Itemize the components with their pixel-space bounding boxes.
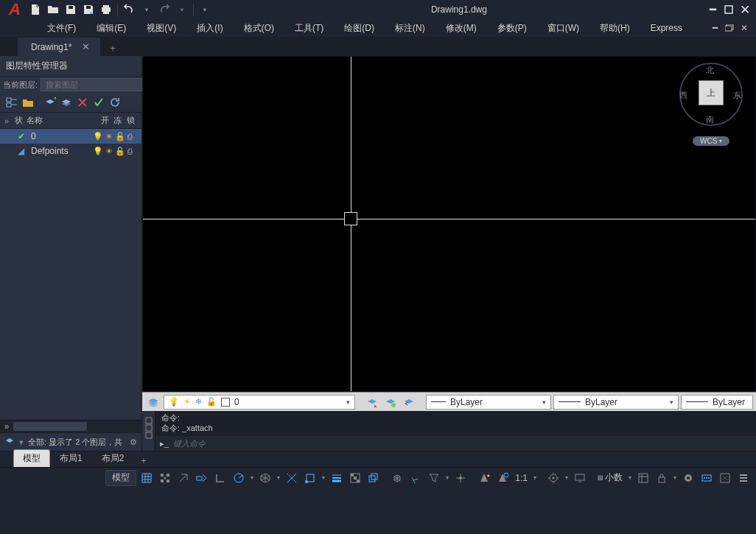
close-button[interactable]: ✕ (737, 1, 753, 18)
menu-draw[interactable]: 绘图(D) (334, 20, 385, 37)
dropdown-icon[interactable]: ▾ (672, 474, 678, 481)
tab-layout2[interactable]: 布局2 (92, 449, 134, 467)
polar-tracking-icon[interactable] (231, 470, 247, 486)
header-name[interactable]: 名称 (27, 115, 77, 126)
2d-osnap-icon[interactable] (302, 470, 318, 486)
annotation-scale-button[interactable]: 1:1 (513, 470, 530, 486)
dropdown-icon[interactable]: ▾ (276, 474, 281, 481)
dropdown-icon[interactable]: ▾ (532, 474, 538, 481)
refresh-icon[interactable] (108, 96, 122, 109)
layer-row[interactable]: ◢ Defpoints 💡 ☀ 🔓 ⎙ (0, 144, 141, 158)
expand-all-icon[interactable]: » (4, 116, 15, 125)
dropdown-icon[interactable]: ▾ (444, 474, 450, 481)
plot-icon[interactable]: ⎙ (127, 147, 133, 156)
viewcube-north[interactable]: 北 (706, 65, 714, 76)
minimize-button[interactable]: ━ (704, 1, 721, 18)
horizontal-scrollbar[interactable] (13, 421, 141, 432)
doc-restore-icon[interactable] (722, 22, 737, 34)
undo-dropdown-icon[interactable]: ▼ (139, 2, 154, 17)
new-filter-icon[interactable] (21, 96, 35, 109)
quick-properties-icon[interactable] (635, 470, 651, 486)
filter-tree-icon[interactable] (4, 96, 19, 109)
print-icon[interactable] (99, 2, 113, 17)
unlock-icon[interactable]: 🔓 (115, 132, 125, 141)
infer-constraints-icon[interactable] (175, 470, 192, 486)
delete-layer-icon[interactable] (75, 96, 90, 109)
dropdown-icon[interactable]: ▾ (249, 474, 255, 481)
transparency-icon[interactable] (347, 470, 363, 486)
annotation-monitor-icon[interactable] (572, 470, 588, 486)
grid-display-icon[interactable] (139, 470, 155, 486)
plotstyle-select[interactable]: ByLayer (681, 395, 753, 410)
selection-filter-icon[interactable] (426, 470, 442, 486)
linetype-select[interactable]: ByLayer ▾ (426, 395, 551, 410)
new-icon[interactable] (28, 2, 43, 17)
menu-view[interactable]: 视图(V) (136, 20, 186, 37)
dropdown-icon[interactable]: ▾ (627, 474, 633, 481)
redo-dropdown-icon[interactable]: ▼ (175, 2, 189, 17)
menu-express[interactable]: Express (640, 21, 693, 35)
layer-manager-icon[interactable] (145, 394, 161, 410)
unlock-icon[interactable]: 🔓 (115, 147, 125, 156)
viewcube-east[interactable]: 东 (733, 90, 741, 101)
open-icon[interactable] (46, 2, 60, 17)
menu-tools[interactable]: 工具(T) (284, 20, 334, 37)
annotation-visibility-icon[interactable]: ★ (476, 470, 492, 486)
saveas-icon[interactable] (81, 2, 96, 17)
header-freeze[interactable]: 冻 (113, 115, 122, 126)
header-on[interactable]: 开 (101, 115, 109, 126)
panel-collapse-icon[interactable]: » (0, 421, 13, 432)
command-input[interactable]: ▸_ 键入命令 (155, 436, 756, 451)
tab-layout1[interactable]: 布局1 (50, 449, 92, 467)
snap-mode-icon[interactable] (157, 470, 173, 486)
bulb-icon[interactable]: 💡 (93, 132, 103, 141)
layer-previous-icon[interactable] (401, 394, 417, 410)
drawing-canvas[interactable]: 北 南 西 东 上 WCS▾ (142, 56, 756, 392)
selection-cycling-icon[interactable] (365, 470, 382, 486)
3d-osnap-icon[interactable] (389, 470, 405, 486)
menu-dimension[interactable]: 标注(N) (385, 20, 435, 37)
command-history-icon[interactable] (142, 411, 155, 451)
header-lock[interactable]: 锁 (127, 115, 135, 126)
doc-close-icon[interactable]: ✕ (737, 22, 752, 34)
viewcube[interactable]: 北 南 西 东 上 WCS▾ (676, 63, 746, 147)
menu-file[interactable]: 文件(F) (37, 20, 86, 37)
isometric-drafting-icon[interactable] (257, 470, 273, 486)
autoscale-icon[interactable] (494, 470, 511, 486)
add-tab-button[interactable]: ＋ (105, 40, 121, 56)
filter-toggle-icon[interactable] (4, 436, 15, 448)
lock-ui-icon[interactable] (654, 470, 670, 486)
menu-edit[interactable]: 编辑(E) (86, 20, 136, 37)
customization-icon[interactable] (735, 470, 752, 486)
model-space-button[interactable]: 模型 (105, 470, 136, 486)
doc-minimize-icon[interactable]: ━ (707, 22, 722, 34)
undo-icon[interactable] (122, 2, 136, 17)
gizmo-icon[interactable] (452, 470, 469, 486)
sun-icon[interactable]: ☀ (105, 147, 113, 156)
match-layer-icon[interactable] (382, 394, 399, 410)
viewcube-west[interactable]: 西 (679, 90, 687, 101)
layer-search-input[interactable] (41, 78, 153, 91)
save-icon[interactable] (63, 2, 78, 17)
menu-help[interactable]: 帮助(H) (589, 20, 640, 37)
set-current-icon[interactable] (91, 96, 106, 109)
maximize-button[interactable] (721, 1, 737, 18)
ortho-mode-icon[interactable] (212, 470, 228, 486)
document-tab[interactable]: Drawing1* ✕ (18, 38, 100, 56)
settings-icon[interactable]: ⚙ (130, 438, 137, 447)
layer-state-icon[interactable] (59, 96, 74, 109)
layer-select[interactable]: 💡 ☀ ❄ 🔓 0 ▾ (164, 395, 355, 410)
menu-parametric[interactable]: 参数(P) (487, 20, 537, 37)
close-tab-icon[interactable]: ✕ (82, 41, 90, 52)
dropdown-icon[interactable]: ▾ (321, 474, 326, 481)
dropdown-icon[interactable]: ▾ (564, 474, 570, 481)
dynamic-input-icon[interactable] (194, 470, 210, 486)
viewcube-south[interactable]: 南 (706, 114, 714, 125)
dynamic-ucs-icon[interactable] (407, 470, 424, 486)
bulb-icon[interactable]: 💡 (93, 147, 103, 156)
units-button[interactable]: ▤小数 (595, 470, 625, 486)
menu-format[interactable]: 格式(O) (234, 20, 284, 37)
object-snap-tracking-icon[interactable] (284, 470, 300, 486)
make-current-icon[interactable] (364, 394, 380, 410)
hardware-acceleration-icon[interactable] (699, 470, 715, 486)
